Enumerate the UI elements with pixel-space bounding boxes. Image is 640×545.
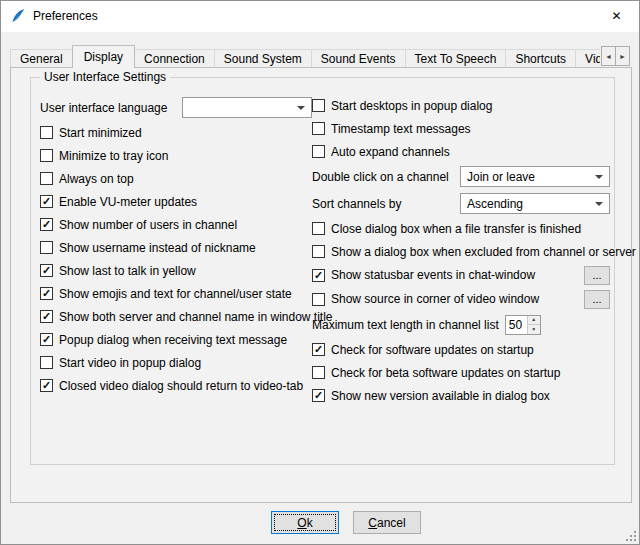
checkbox-popup-text-message[interactable]: ✓ Popup dialog when receiving text messa… bbox=[40, 328, 312, 351]
checkbox-timestamp-messages[interactable]: Timestamp text messages bbox=[312, 117, 610, 140]
spin-up-icon[interactable]: ▲ bbox=[528, 316, 540, 325]
tab-sound-system[interactable]: Sound System bbox=[214, 49, 312, 68]
checkbox-closed-video-return[interactable]: ✓ Closed video dialog should return to v… bbox=[40, 374, 312, 397]
checkbox-start-desktops-popup[interactable]: Start desktops in popup dialog bbox=[312, 94, 610, 117]
checkbox-last-to-talk[interactable]: ✓ Show last to talk in yellow bbox=[40, 259, 312, 282]
checkbox-box: ✓ bbox=[40, 287, 53, 300]
checkbox-show-username[interactable]: Show username instead of nickname bbox=[40, 236, 312, 259]
language-label: User interface language bbox=[40, 101, 167, 115]
checkbox-auto-expand-channels[interactable]: Auto expand channels bbox=[312, 140, 610, 163]
double-click-row: Double click on a channel Join or leave bbox=[312, 163, 610, 190]
checkbox-box bbox=[312, 99, 325, 112]
app-feather-icon bbox=[10, 8, 26, 24]
checkbox-box bbox=[40, 149, 53, 162]
checkbox-box[interactable] bbox=[312, 293, 325, 306]
tab-shortcuts[interactable]: Shortcuts bbox=[505, 49, 576, 68]
double-click-value: Join or leave bbox=[467, 170, 535, 184]
checkbox-show-user-count[interactable]: ✓ Show number of users in channel bbox=[40, 213, 312, 236]
checkbox-box: ✓ bbox=[40, 310, 53, 323]
checkbox-start-video-popup[interactable]: Start video in popup dialog bbox=[40, 351, 312, 374]
checkbox-box bbox=[40, 241, 53, 254]
title-bar: Preferences ✕ bbox=[1, 1, 639, 32]
sort-channels-label: Sort channels by bbox=[312, 197, 401, 211]
window-title: Preferences bbox=[33, 9, 98, 23]
checkbox-always-on-top[interactable]: Always on top bbox=[40, 167, 312, 190]
chevron-down-icon bbox=[595, 202, 603, 206]
checkbox-box: ✓ bbox=[40, 379, 53, 392]
sort-channels-combobox[interactable]: Ascending bbox=[460, 193, 610, 214]
ok-button[interactable]: Ok bbox=[271, 511, 339, 534]
checkbox-check-beta-updates[interactable]: Check for beta software updates on start… bbox=[312, 361, 610, 384]
language-row: User interface language bbox=[40, 94, 312, 121]
checkbox-box bbox=[312, 145, 325, 158]
double-click-label: Double click on a channel bbox=[312, 170, 449, 184]
tab-bar: General Display Connection Sound System … bbox=[10, 45, 600, 68]
checkbox-dialog-when-excluded[interactable]: Show a dialog box when excluded from cha… bbox=[312, 240, 610, 263]
tab-display[interactable]: Display bbox=[72, 45, 135, 68]
language-combobox[interactable] bbox=[182, 97, 312, 118]
checkbox-box: ✓ bbox=[40, 333, 53, 346]
checkbox-box: ✓ bbox=[40, 218, 53, 231]
checkbox-close-on-transfer-finished[interactable]: Close dialog box when a file transfer is… bbox=[312, 217, 610, 240]
double-click-combobox[interactable]: Join or leave bbox=[460, 166, 610, 187]
checkbox-show-emojis[interactable]: ✓ Show emojis and text for channel/user … bbox=[40, 282, 312, 305]
video-source-corner-row: Show source in corner of video window ..… bbox=[312, 287, 610, 311]
checkbox-box bbox=[312, 222, 325, 235]
group-title: User Interface Settings bbox=[40, 70, 170, 84]
tab-scroll-left-icon[interactable]: ◄ bbox=[601, 46, 616, 66]
max-text-length-row: Maximum text length in channel list 50 ▲… bbox=[312, 311, 610, 338]
checkbox-box bbox=[40, 126, 53, 139]
tab-sound-events[interactable]: Sound Events bbox=[311, 49, 406, 68]
checkbox-check-updates[interactable]: ✓ Check for software updates on startup bbox=[312, 338, 610, 361]
sort-channels-row: Sort channels by Ascending bbox=[312, 190, 610, 217]
checkbox-box: ✓ bbox=[40, 195, 53, 208]
spinner-buttons: ▲ ▼ bbox=[527, 316, 540, 334]
spin-down-icon[interactable]: ▼ bbox=[528, 324, 540, 334]
preferences-dialog: Preferences ✕ General Display Connection… bbox=[0, 0, 640, 545]
cancel-button[interactable]: Cancel bbox=[353, 511, 421, 534]
checkbox-box bbox=[312, 366, 325, 379]
checkbox-start-minimized[interactable]: Start minimized bbox=[40, 121, 312, 144]
tab-scroll-control: ◄ ► bbox=[601, 46, 630, 66]
user-interface-settings-group: User Interface Settings User interface l… bbox=[30, 77, 615, 465]
max-text-length-spinner[interactable]: 50 ▲ ▼ bbox=[505, 315, 541, 335]
checkbox-box bbox=[312, 245, 325, 258]
sort-channels-value: Ascending bbox=[467, 197, 523, 211]
left-column: User interface language Start minimized … bbox=[40, 94, 312, 397]
checkbox-enable-vu-meter[interactable]: ✓ Enable VU-meter updates bbox=[40, 190, 312, 213]
checkbox-server-channel-title[interactable]: ✓ Show both server and channel name in w… bbox=[40, 305, 312, 328]
checkbox-new-version-dialog[interactable]: ✓ Show new version available in dialog b… bbox=[312, 384, 610, 407]
tab-text-to-speech[interactable]: Text To Speech bbox=[405, 49, 507, 68]
max-text-length-value: 50 bbox=[506, 316, 527, 334]
resize-grip[interactable] bbox=[624, 529, 637, 542]
checkbox-box bbox=[40, 356, 53, 369]
chevron-down-icon bbox=[595, 175, 603, 179]
checkbox-minimize-to-tray[interactable]: Minimize to tray icon bbox=[40, 144, 312, 167]
video-source-ellipsis-button[interactable]: ... bbox=[584, 290, 610, 309]
chevron-down-icon bbox=[297, 106, 305, 110]
checkbox-box: ✓ bbox=[312, 343, 325, 356]
display-tab-page: User Interface Settings User interface l… bbox=[10, 67, 632, 503]
checkbox-box[interactable]: ✓ bbox=[312, 269, 325, 282]
statusbar-events-ellipsis-button[interactable]: ... bbox=[584, 266, 610, 285]
tab-general[interactable]: General bbox=[10, 49, 73, 68]
tab-video[interactable]: Video bbox=[575, 49, 600, 68]
statusbar-events-row: ✓ Show statusbar events in chat-window .… bbox=[312, 263, 610, 287]
checkbox-box bbox=[312, 122, 325, 135]
checkbox-box: ✓ bbox=[40, 264, 53, 277]
tab-connection[interactable]: Connection bbox=[134, 49, 215, 68]
tab-scroll-right-icon[interactable]: ► bbox=[615, 46, 630, 66]
checkbox-box: ✓ bbox=[312, 389, 325, 402]
close-button[interactable]: ✕ bbox=[594, 1, 639, 31]
max-text-length-label: Maximum text length in channel list bbox=[312, 318, 499, 332]
checkbox-box bbox=[40, 172, 53, 185]
right-column: Start desktops in popup dialog Timestamp… bbox=[312, 94, 610, 407]
